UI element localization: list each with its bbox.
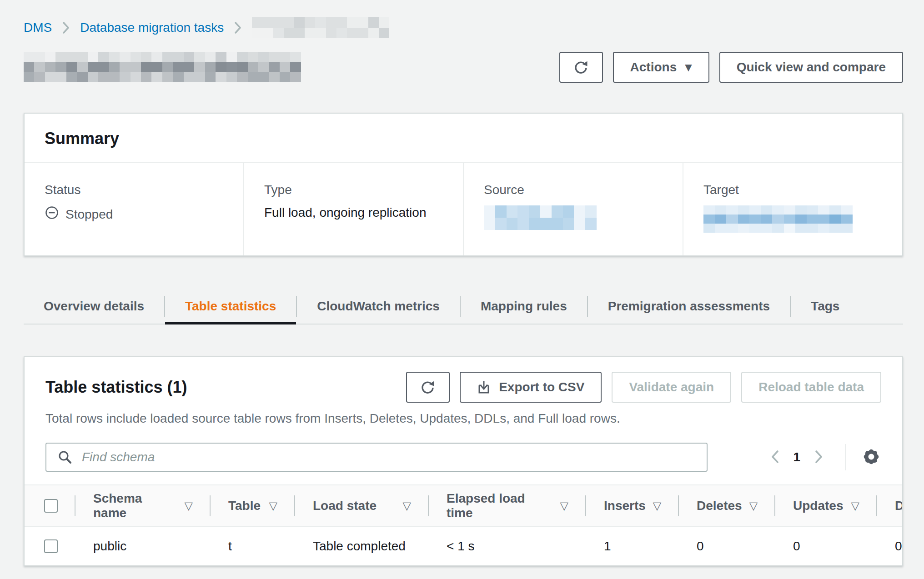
column-header-inserts[interactable]: Inserts ▽	[586, 485, 678, 526]
column-header-updates[interactable]: Updates ▽	[775, 485, 877, 526]
previous-page-button[interactable]	[765, 449, 785, 466]
quick-view-compare-label: Quick view and compare	[737, 60, 886, 75]
source-value-redacted	[484, 205, 597, 230]
refresh-icon	[573, 59, 589, 75]
summary-field-target: Target	[683, 163, 902, 255]
breadcrumb: DMS Database migration tasks	[24, 0, 903, 38]
schema-search	[45, 443, 708, 472]
cell-elapsed-load-time: < 1 s	[428, 527, 586, 565]
page-title-redacted	[24, 52, 301, 82]
table-statistics-description: Total rows include loaded source table r…	[45, 411, 881, 426]
cell-table: t	[210, 527, 295, 565]
select-all-checkbox[interactable]	[44, 499, 58, 513]
cell-inserts: 1	[586, 527, 678, 565]
status-text: Stopped	[65, 207, 113, 222]
summary-panel-header: Summary	[25, 114, 902, 163]
table-settings-button[interactable]	[861, 447, 881, 468]
summary-panel: Summary Status Stopped Type Full load,	[24, 113, 903, 256]
dropdown-caret-icon: ▼	[685, 62, 692, 73]
next-page-button[interactable]	[808, 449, 829, 466]
download-icon	[477, 380, 491, 394]
search-icon	[57, 449, 73, 468]
summary-field-source: Source	[463, 163, 683, 255]
chevron-right-icon	[62, 21, 70, 35]
tab-mapping-rules[interactable]: Mapping rules	[461, 289, 587, 324]
table-statistics-header: Table statistics (1)	[45, 372, 881, 403]
page: DMS Database migration tasks Actions ▼ Q	[24, 0, 903, 566]
summary-body: Status Stopped Type Full load, ongoing r…	[25, 163, 902, 255]
tab-premigration-assessments[interactable]: Premigration assessments	[588, 289, 790, 324]
select-all-cell	[25, 485, 75, 526]
cell-load-state: Table completed	[295, 527, 428, 565]
table-controls-row: 1	[45, 443, 881, 472]
field-label: Status	[45, 183, 223, 197]
export-to-csv-label: Export to CSV	[499, 380, 584, 394]
table-header-row: Schema name ▽ Table ▽ Load state ▽ Elaps…	[25, 485, 903, 527]
sort-icon[interactable]: ▽	[269, 499, 277, 512]
refresh-button[interactable]	[559, 52, 603, 83]
tab-table-statistics[interactable]: Table statistics	[165, 289, 296, 324]
controls-divider	[845, 444, 846, 470]
row-checkbox[interactable]	[44, 539, 58, 553]
actions-button[interactable]: Actions ▼	[613, 52, 709, 83]
actions-button-label: Actions	[630, 60, 677, 75]
gear-icon	[861, 447, 881, 468]
column-header-load-state[interactable]: Load state ▽	[295, 485, 428, 526]
find-schema-input[interactable]	[45, 443, 708, 472]
page-title-row: Actions ▼ Quick view and compare	[24, 52, 903, 83]
column-header-table[interactable]: Table ▽	[210, 485, 295, 526]
row-select-cell	[25, 527, 75, 565]
sort-icon[interactable]: ▽	[653, 499, 661, 512]
field-label: Target	[703, 183, 882, 197]
column-header-elapsed-load-time[interactable]: Elapsed load time ▽	[428, 485, 586, 526]
field-label: Type	[264, 183, 443, 197]
breadcrumb-link-tasks[interactable]: Database migration tasks	[80, 20, 224, 35]
table-statistics-table: Schema name ▽ Table ▽ Load state ▽ Elaps…	[25, 484, 903, 565]
breadcrumb-link-dms[interactable]: DMS	[24, 20, 52, 35]
sort-icon[interactable]: ▽	[185, 499, 193, 512]
summary-title: Summary	[45, 129, 882, 148]
tab-cloudwatch-metrics[interactable]: CloudWatch metrics	[297, 289, 460, 324]
refresh-icon	[420, 379, 436, 395]
summary-field-type: Type Full load, ongoing replication	[243, 163, 463, 255]
type-value: Full load, ongoing replication	[264, 205, 443, 220]
status-value: Stopped	[45, 205, 223, 223]
breadcrumb-redacted-task-name	[252, 17, 389, 38]
cell-updates: 0	[775, 527, 877, 565]
current-page-number: 1	[793, 450, 800, 464]
tab-bar: Overview details Table statistics CloudW…	[24, 289, 903, 324]
table-statistics-panel: Table statistics (1)	[24, 356, 903, 566]
column-header-schema-name[interactable]: Schema name ▽	[75, 485, 210, 526]
sort-icon[interactable]: ▽	[749, 499, 758, 512]
field-label: Source	[484, 183, 663, 197]
table-statistics-title: Table statistics (1)	[45, 378, 187, 397]
tab-overview-details[interactable]: Overview details	[24, 289, 164, 324]
target-value-redacted	[703, 205, 853, 233]
column-header-deletes[interactable]: Deletes ▽	[678, 485, 775, 526]
chevron-left-icon	[769, 449, 780, 466]
summary-field-status: Status Stopped	[25, 163, 243, 255]
validate-again-button[interactable]: Validate again	[612, 372, 731, 403]
chevron-right-icon	[813, 449, 824, 466]
column-header-ddls[interactable]: DDLs ▽	[877, 485, 903, 526]
sort-icon[interactable]: ▽	[851, 499, 859, 512]
reload-table-data-label: Reload table data	[758, 380, 864, 394]
cell-ddls: 0	[877, 527, 903, 565]
cell-schema-name: public	[75, 527, 210, 565]
table-refresh-button[interactable]	[406, 372, 450, 403]
tab-tags[interactable]: Tags	[791, 289, 859, 324]
cell-deletes: 0	[678, 527, 775, 565]
export-to-csv-button[interactable]: Export to CSV	[460, 372, 602, 403]
quick-view-compare-button[interactable]: Quick view and compare	[719, 52, 903, 83]
stopped-icon	[45, 205, 65, 223]
reload-table-data-button[interactable]: Reload table data	[741, 372, 881, 403]
table-row: public t Table completed < 1 s 1 0 0 0	[25, 527, 903, 565]
validate-again-label: Validate again	[629, 380, 714, 394]
pagination: 1	[765, 444, 881, 470]
chevron-right-icon	[234, 21, 242, 35]
sort-icon[interactable]: ▽	[560, 499, 568, 512]
sort-icon[interactable]: ▽	[403, 499, 411, 512]
